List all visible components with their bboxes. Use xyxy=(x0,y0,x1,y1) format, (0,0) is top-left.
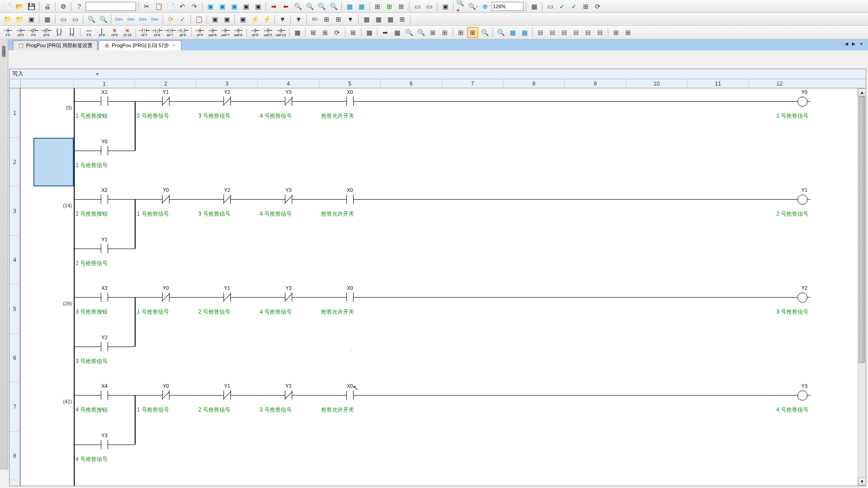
cell-r6-c8[interactable] xyxy=(503,334,565,382)
cell-r6-c5[interactable] xyxy=(319,334,381,382)
search-btn-3[interactable]: 🔍 xyxy=(328,1,339,12)
cell-r1-c10[interactable] xyxy=(626,88,688,138)
dev-mon-btn[interactable]: Dev xyxy=(126,14,136,25)
step-col-6[interactable] xyxy=(21,334,74,382)
cell-r8-c10[interactable] xyxy=(626,432,688,480)
r2-btn-7[interactable]: ▼ xyxy=(293,14,304,25)
cell-r1-c9[interactable] xyxy=(565,88,626,138)
cell-r3-c5[interactable]: X0抢答允许开关 xyxy=(319,186,381,236)
cell-r2-c9[interactable] xyxy=(565,138,626,186)
fkey-f9[interactable]: —F9 xyxy=(83,27,95,38)
open-button[interactable]: 📂 xyxy=(14,1,25,12)
cell-r3-c4[interactable]: Y34 号抢答信号 xyxy=(258,186,319,236)
r2-btn-11[interactable]: ▦ xyxy=(361,14,372,25)
dev-btn-3[interactable]: ▣ xyxy=(229,1,240,12)
r3-btn-6[interactable]: ▦ xyxy=(364,27,375,38)
r3-btn-23[interactable]: ⊟ xyxy=(583,27,594,38)
check-btn-1[interactable]: ✓ xyxy=(557,1,568,12)
check-btn-2[interactable]: ✓ xyxy=(568,1,579,12)
tab-label-settings[interactable]: 📋 ProgPou [PRG] 局部标签设置 xyxy=(13,40,98,50)
read-plc-button[interactable]: ⬅ xyxy=(280,1,291,12)
wnd-btn-2[interactable]: ⊞ xyxy=(384,1,395,12)
cell-r7-c10[interactable] xyxy=(626,382,688,432)
cell-r5-c7[interactable] xyxy=(442,284,503,334)
fkey-sf8[interactable]: ⊣↓⊢sF8 xyxy=(151,27,163,38)
cell-r4-c7[interactable] xyxy=(442,236,503,284)
cell-r6-c10[interactable] xyxy=(626,334,688,382)
cell-r2-c12[interactable] xyxy=(749,138,810,186)
opt-btn-3[interactable]: ⊞ xyxy=(580,1,591,12)
r3-btn-24[interactable]: ⊟ xyxy=(595,27,606,38)
cell-r5-c1[interactable]: X33 号抢答按钮 xyxy=(74,284,135,334)
write-plc-button[interactable]: ➡ xyxy=(268,1,279,12)
r3-btn-21[interactable]: ⊟ xyxy=(559,27,570,38)
print-button[interactable]: 🖨 xyxy=(42,1,53,12)
tab-next-icon[interactable]: ▶ xyxy=(851,40,857,47)
step-col-4[interactable] xyxy=(21,236,74,284)
cell-r3-c1[interactable]: X22 号抢答按钮 xyxy=(74,186,135,236)
opt-btn-1[interactable]: ▦ xyxy=(529,1,540,12)
cut-button[interactable]: ✂ xyxy=(141,1,152,12)
r2-btn-3[interactable]: ▣ xyxy=(237,14,248,25)
sim-btn-2[interactable]: ▦ xyxy=(356,1,367,12)
fkey-sf9[interactable]: |sF9 xyxy=(96,27,108,38)
step-col-3[interactable]: (14) xyxy=(21,186,74,236)
cell-r1-c2[interactable]: Y12 号抢答信号 xyxy=(135,88,197,138)
r3-btn-14[interactable]: ⊞ xyxy=(467,27,478,38)
opt-btn-2[interactable]: ▭ xyxy=(545,1,556,12)
r2-btn-6[interactable]: ▼ xyxy=(277,14,288,25)
search-btn-1[interactable]: 🔍 xyxy=(304,1,315,12)
tab-menu-icon[interactable]: ▾ xyxy=(858,40,864,47)
r3-btn-13[interactable]: ⊞ xyxy=(455,27,466,38)
r3-btn-16[interactable]: 🔍 xyxy=(495,27,506,38)
dev-btn-r2d[interactable]: Dev xyxy=(149,14,160,25)
cell-r7-c9[interactable] xyxy=(565,382,626,432)
cell-r1-c12[interactable]: Y01 号抢答信号 xyxy=(749,88,810,138)
cell-r1-c7[interactable] xyxy=(442,88,503,138)
cell-r8-c2[interactable] xyxy=(135,432,197,480)
cell-r8-c6[interactable] xyxy=(381,432,442,480)
cell-r6-c12[interactable] xyxy=(749,334,810,382)
fkey-f5[interactable]: ⊣⊢F5 xyxy=(2,27,14,38)
fkey-cf9[interactable]: ✕cF9 xyxy=(109,27,120,38)
cell-r5-c11[interactable] xyxy=(688,284,749,334)
r3-btn-4[interactable]: ⟳ xyxy=(332,27,343,38)
cell-r2-c1[interactable]: Y01 号抢答信号 xyxy=(74,138,135,186)
cell-r3-c12[interactable]: Y12 号抢答信号 xyxy=(749,186,810,236)
fkey-saf5[interactable]: ⊣⊢sF5 xyxy=(194,27,206,38)
cell-r5-c6[interactable] xyxy=(381,284,442,334)
cell-r7-c12[interactable]: Y34 号抢答信号 xyxy=(749,382,810,432)
cell-r3-c6[interactable] xyxy=(381,186,442,236)
cell-r8-c12[interactable] xyxy=(749,432,810,480)
nav-btn-1[interactable]: 📁 xyxy=(2,14,13,25)
cell-r2-c8[interactable] xyxy=(503,138,565,186)
cell-r7-c4[interactable]: Y23 号抢答信号 xyxy=(258,382,319,432)
step-col-7[interactable]: (42) xyxy=(21,382,74,432)
zoom-fit-button[interactable]: ⊕ xyxy=(480,1,491,12)
cell-r3-c8[interactable] xyxy=(503,186,565,236)
r2-btn-2[interactable]: ▣ xyxy=(221,14,232,25)
fkey-sf5[interactable]: ⊣⊢sF5 xyxy=(15,27,27,38)
cell-r4-c1[interactable]: Y12 号抢答信号 xyxy=(74,236,135,284)
cell-r3-c9[interactable] xyxy=(565,186,626,236)
cell-r5-c10[interactable] xyxy=(626,284,688,334)
step-col-5[interactable]: (28) xyxy=(21,284,74,334)
cell-r7-c11[interactable] xyxy=(688,382,749,432)
cell-r3-c7[interactable] xyxy=(442,186,503,236)
r3-btn-8[interactable]: ▦ xyxy=(392,27,403,38)
cell-r8-c4[interactable] xyxy=(258,432,319,480)
r2-btn-12[interactable]: ▦ xyxy=(373,14,384,25)
scroll-thumb[interactable] xyxy=(859,97,865,363)
cell-r4-c4[interactable] xyxy=(258,236,319,284)
cell-r8-c1[interactable]: Y34 号抢答信号 xyxy=(74,432,135,480)
fkey-f7[interactable]: ( )F7 xyxy=(53,27,65,38)
cell-r2-c11[interactable] xyxy=(688,138,749,186)
cell-r2-c5[interactable] xyxy=(319,138,381,186)
cell-r8-c9[interactable] xyxy=(565,432,626,480)
wnd-btn-3[interactable]: ⊞ xyxy=(396,1,407,12)
cell-r4-c5[interactable] xyxy=(319,236,381,284)
step-col-1[interactable]: (0) xyxy=(21,88,74,138)
zoom-combo[interactable] xyxy=(491,2,524,11)
dev-btn-5[interactable]: ▣ xyxy=(252,1,263,12)
cell-r2-c3[interactable] xyxy=(197,138,258,186)
